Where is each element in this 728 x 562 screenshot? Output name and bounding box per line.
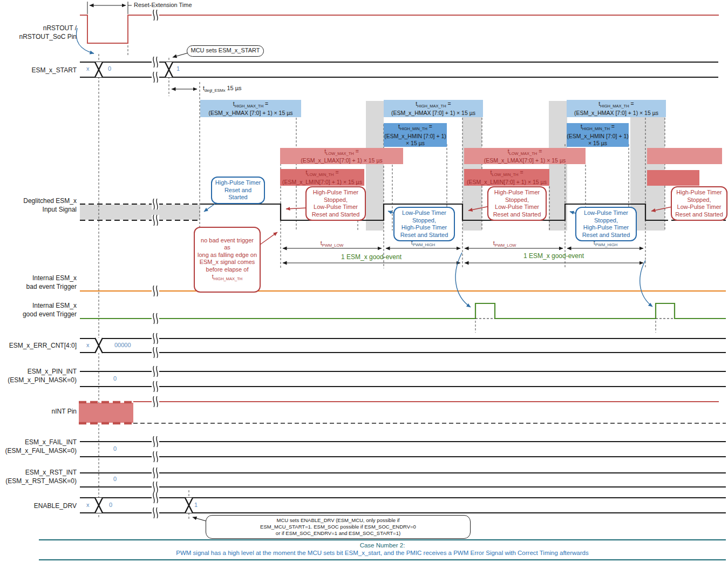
t-high-min-th-box-2: tHIGH_MIN_TH = (ESM_x_HMIN [7:0] + 1) × … (567, 123, 629, 147)
deglitched-uncertain-region (80, 204, 200, 220)
low-pulse-stopped-callout-1: Low-Pulse Timer Stopped, High-Pulse Time… (393, 207, 455, 241)
case-title: Case Number 2: (39, 542, 726, 549)
mcu-sets-start-callout: MCU sets ESM_x_START (187, 45, 264, 57)
t-pwm-low-label-2: tPWM_LOW (478, 240, 532, 248)
no-bad-event-callout: no bad event trigger as long as falling … (194, 227, 261, 293)
t-low-min-th-box-1: tLOW_MIN_TH = (ESM_x_LMIN[7:0] + 1) × 15… (280, 169, 364, 186)
high-pulse-stopped-callout-1: High-Pulse Timer Stopped, Low-Pulse Time… (305, 186, 366, 221)
nint-waveform (79, 402, 726, 423)
rst-int-rails (80, 473, 726, 487)
t-low-max-th-box-1: tLOW_MAX_TH = (ESM_x_LMAX[7:0] + 1) × 15… (280, 148, 403, 164)
t-low-max-th-box-3 (647, 148, 722, 164)
t-degl-label: tdegl_ESMx 15 µs (203, 85, 242, 93)
high-pulse-stopped-callout-3: High-Pulse Timer Stopped, Low-Pulse Time… (671, 186, 727, 221)
break-icons (152, 10, 159, 518)
bus-transition-icons (95, 62, 193, 513)
high-pulse-reset-callout: High-Pulse Timer Reset and Started (211, 177, 265, 204)
t-high-min-th-box-1: tHIGH_MIN_TH = (ESM_x_HMIN [7:0] + 1) × … (384, 123, 447, 147)
enable-drv-rails (80, 498, 726, 513)
err-cnt-rails (80, 338, 726, 353)
good-event-label-2: 1 ESM_x good-event (500, 252, 608, 260)
dashed-guides (99, 15, 665, 519)
t-low-min-th-box-3 (647, 170, 699, 186)
t-pwm-low-label-1: tPWM_LOW (305, 240, 359, 248)
high-pulse-stopped-callout-2: High-Pulse Timer Stopped, Low-Pulse Time… (487, 186, 547, 221)
reset-extension-label: Reset-Extension Time (134, 2, 192, 8)
low-pulse-stopped-callout-2: Low-Pulse Timer Stopped, High-Pulse Time… (575, 207, 637, 241)
footer-rule-top (39, 539, 726, 540)
fail-int-rails (80, 442, 726, 457)
timing-diagram: nRSTOUT / nRSTOUT_SoC Pin ESM_x_START De… (0, 0, 728, 562)
t-high-max-th-box-1: tHIGH_MAX_TH = (ESM_x_HMAX [7:0] + 1) × … (200, 100, 301, 117)
t-high-max-th-box-2: tHIGH_MAX_TH = (ESM_x_HMAX [7:0] + 1) × … (384, 100, 483, 117)
esm-start-rails (80, 62, 718, 77)
good-event-label-1: 1 ESM_x good-event (317, 253, 425, 261)
t-high-max-th-box-3: tHIGH_MAX_TH = (ESM_x_HMAX [7:0] + 1) × … (567, 100, 666, 117)
case-description: PWM signal has a high level at the momen… (39, 550, 726, 556)
mcu-sets-enable-drv-note: MCU sets ENABLE_DRV (ESM_MCU, only possi… (206, 515, 471, 539)
good-event-line (80, 303, 726, 319)
pin-int-rails (80, 371, 726, 387)
footer-rule-bottom (39, 559, 726, 560)
t-low-min-th-box-2: tLOW_MIN_TH = (ESM_x_LMIN[7:0] + 1) × 15… (464, 169, 549, 186)
t-low-max-th-box-2: tLOW_MAX_TH = (ESM_x_LMAX[7:0] + 1) × 15… (464, 148, 586, 164)
diagram-lines-layer (0, 0, 728, 562)
